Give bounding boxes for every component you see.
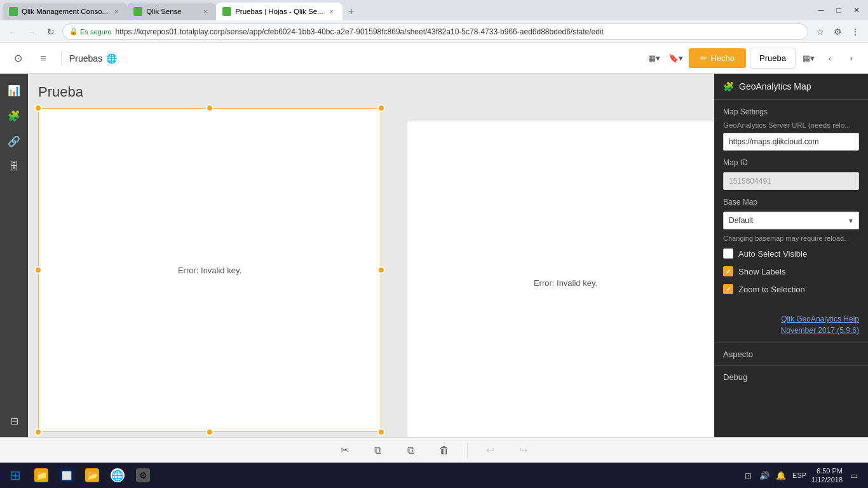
auto-select-label: Auto Select Visible bbox=[738, 249, 807, 259]
prev-sheet-button[interactable]: ‹ bbox=[821, 50, 839, 67]
left-panel: 📊 🧩 🔗 🗄 ⊟ bbox=[0, 74, 28, 437]
forward-button[interactable]: → bbox=[24, 24, 39, 39]
auto-select-row[interactable]: Auto Select Visible bbox=[723, 248, 859, 259]
browser-tab-1[interactable]: Qlik Management Conso... × bbox=[3, 3, 127, 20]
delete-icon: 🗑 bbox=[439, 445, 449, 456]
version-link[interactable]: November 2017 (5.9.6) bbox=[723, 326, 859, 335]
toolbar-right: ▦▾ 🔖▾ ✏ Hecho Prueba ▦▾ ‹ › bbox=[646, 48, 861, 69]
undo-icon: ↩ bbox=[486, 444, 494, 456]
resize-handle-tl[interactable] bbox=[34, 104, 42, 112]
paste-button[interactable]: ⧉ bbox=[401, 440, 421, 461]
qlik-geoanalytics-help-link[interactable]: Qlik GeoAnalytics Help bbox=[723, 315, 859, 323]
undo-button[interactable]: ↩ bbox=[480, 440, 501, 461]
taskbar-app-chrome[interactable]: 🌐 bbox=[105, 464, 130, 487]
clock-time: 6:50 PM bbox=[811, 466, 843, 475]
resize-handle-tr[interactable] bbox=[377, 104, 385, 112]
extensions-icon[interactable]: ⚙ bbox=[830, 24, 845, 39]
taskbar-clock[interactable]: 6:50 PM 1/12/2018 bbox=[811, 466, 843, 485]
taskbar-app-filemanager[interactable]: 📂 bbox=[80, 464, 104, 487]
back-button[interactable]: ← bbox=[5, 24, 20, 39]
tab2-close[interactable]: × bbox=[201, 7, 210, 16]
pencil-icon: ✏ bbox=[700, 53, 707, 63]
server-url-label: GeoAnalytics Server URL (needs relo... bbox=[723, 121, 859, 129]
browser-tab-2[interactable]: Qlik Sense × bbox=[127, 3, 216, 20]
browser-tab-3[interactable]: Pruebas | Hojas - Qlik Se... × bbox=[216, 3, 342, 20]
home-button[interactable]: ⊙ bbox=[8, 48, 28, 69]
map-container-1: Error: Invalid key. bbox=[38, 108, 381, 432]
cut-button[interactable]: ✂ bbox=[335, 440, 355, 461]
links-panel-button[interactable]: 🔗 bbox=[3, 130, 25, 152]
address-actions: ☆ ⚙ ⋮ bbox=[812, 24, 863, 39]
address-box[interactable]: 🔒 Es seguro https://kqvrepos01.totalplay… bbox=[62, 24, 808, 40]
charts-panel-button[interactable]: 📊 bbox=[3, 79, 25, 102]
taskbar-right: ⊡ 🔊 🔔 ESP 6:50 PM 1/12/2018 ▭ bbox=[742, 466, 865, 485]
base-map-select[interactable]: Default Streets Satellite None bbox=[723, 212, 859, 229]
start-button[interactable]: ⊞ bbox=[3, 464, 28, 487]
resize-handle-ml[interactable] bbox=[34, 266, 42, 274]
language-indicator[interactable]: ESP bbox=[792, 471, 806, 479]
aspecto-section[interactable]: Aspecto bbox=[714, 342, 868, 365]
show-labels-checkbox[interactable]: ✓ bbox=[723, 266, 733, 276]
map-settings-title: Map Settings bbox=[723, 107, 859, 116]
redo-button[interactable]: ↪ bbox=[513, 440, 534, 461]
chrome-titlebar: Qlik Management Conso... × Qlik Sense × … bbox=[0, 0, 868, 20]
sheet-list-icon: ⊟ bbox=[10, 415, 18, 427]
bookmark-button[interactable]: 🔖▾ bbox=[667, 50, 685, 67]
notification-icon[interactable]: 🔔 bbox=[775, 469, 787, 482]
volume-icon[interactable]: 🔊 bbox=[758, 469, 771, 482]
reload-button[interactable]: ↻ bbox=[43, 24, 58, 39]
delete-button[interactable]: 🗑 bbox=[434, 440, 454, 461]
menu-button[interactable]: ≡ bbox=[33, 48, 53, 69]
zoom-selection-checkbox[interactable]: ✓ bbox=[723, 284, 733, 294]
copy-button[interactable]: ⧉ bbox=[368, 440, 388, 461]
cut-icon: ✂ bbox=[341, 444, 349, 456]
assets-panel-button[interactable]: 🧩 bbox=[3, 104, 25, 127]
tab3-close[interactable]: × bbox=[327, 7, 336, 16]
bookmark-star-icon[interactable]: ☆ bbox=[812, 24, 827, 39]
minimize-button[interactable]: ─ bbox=[812, 1, 830, 19]
windows-icon: ⊞ bbox=[10, 468, 21, 483]
maximize-button[interactable]: □ bbox=[830, 1, 848, 19]
close-button[interactable]: ✕ bbox=[848, 1, 865, 19]
tab2-favicon bbox=[133, 7, 142, 16]
auto-select-checkbox[interactable] bbox=[723, 248, 733, 259]
taskbar-system-icons: ⊡ 🔊 🔔 bbox=[742, 469, 787, 482]
next-sheet-button[interactable]: › bbox=[843, 50, 860, 67]
preview-button[interactable]: Prueba bbox=[750, 48, 796, 69]
resize-handle-br[interactable] bbox=[377, 428, 385, 436]
filemanager-icon: 📂 bbox=[85, 468, 99, 482]
show-labels-row[interactable]: ✓ Show Labels bbox=[723, 266, 859, 276]
taskbar-app-settings[interactable]: ⚙ bbox=[131, 464, 155, 487]
done-button[interactable]: ✏ Hecho bbox=[689, 48, 747, 68]
menu-icon[interactable]: ⋮ bbox=[848, 24, 863, 39]
toolbar-separator bbox=[61, 51, 62, 66]
resize-handle-tm[interactable] bbox=[206, 104, 214, 112]
zoom-selection-row[interactable]: ✓ Zoom to Selection bbox=[723, 284, 859, 294]
new-tab-button[interactable]: + bbox=[342, 3, 360, 20]
grid-dropdown-button[interactable]: ▦▾ bbox=[646, 50, 663, 67]
secure-indicator: 🔒 Es seguro bbox=[69, 27, 112, 36]
tab3-favicon bbox=[222, 7, 231, 16]
show-desktop-button[interactable]: ▭ bbox=[848, 469, 860, 482]
resize-handle-mr[interactable] bbox=[377, 266, 385, 274]
sheet-content: Error: Invalid key. Error: Invalid key. bbox=[38, 108, 704, 426]
view-options-button[interactable]: ▦▾ bbox=[799, 50, 817, 67]
tab1-favicon bbox=[9, 7, 18, 16]
data-panel-button[interactable]: 🗄 bbox=[3, 155, 25, 178]
address-bar: ← → ↻ 🔒 Es seguro https://kqvrepos01.tot… bbox=[0, 20, 868, 43]
taskbar-app-explorer[interactable]: 📁 bbox=[29, 464, 53, 487]
home-icon: ⊙ bbox=[14, 52, 22, 64]
sheet-list-button[interactable]: ⊟ bbox=[3, 409, 25, 432]
bottom-separator bbox=[467, 443, 468, 458]
resize-handle-bl[interactable] bbox=[34, 428, 42, 436]
map-widget-1[interactable]: Error: Invalid key. bbox=[38, 108, 381, 432]
debug-section[interactable]: Debug bbox=[714, 365, 868, 388]
taskbar-app-terminal[interactable]: ⬜ bbox=[55, 464, 79, 487]
tab1-close[interactable]: × bbox=[112, 7, 121, 16]
server-url-input[interactable] bbox=[723, 133, 859, 151]
clock-date: 1/12/2018 bbox=[811, 475, 843, 484]
network-icon[interactable]: ⊡ bbox=[742, 469, 754, 482]
resize-handle-bm[interactable] bbox=[206, 428, 214, 436]
done-label: Hecho bbox=[711, 53, 735, 63]
base-map-wrapper: Default Streets Satellite None ▼ bbox=[723, 212, 859, 229]
